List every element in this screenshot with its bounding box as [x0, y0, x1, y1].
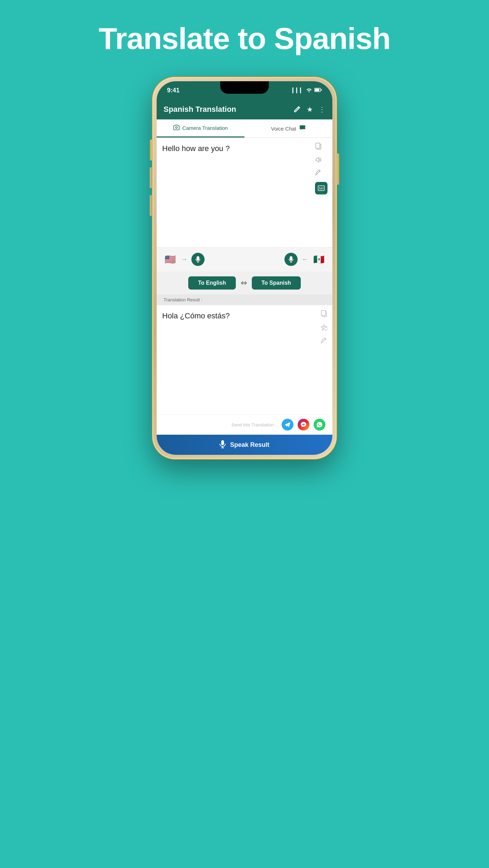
- copy-icon[interactable]: [315, 143, 328, 152]
- notch: [220, 81, 269, 94]
- speak-label: Speak Result: [230, 441, 269, 449]
- speak-result-button[interactable]: Speak Result: [157, 435, 332, 455]
- chat-icon: [299, 125, 306, 132]
- to-english-button[interactable]: To English: [188, 276, 236, 290]
- svg-rect-23: [221, 440, 224, 445]
- to-spanish-button[interactable]: To Spanish: [252, 276, 301, 290]
- phone-mockup: 9:41 ▎▎▎ Spanish: [152, 77, 337, 459]
- arrow-right-icon: →: [181, 256, 187, 263]
- svg-text:+: +: [325, 328, 327, 331]
- svg-rect-5: [316, 143, 320, 148]
- eraser-icon[interactable]: [315, 169, 328, 178]
- us-flag: 🇺🇸: [164, 253, 177, 266]
- battery-icon: [314, 87, 322, 93]
- svg-point-3: [176, 127, 177, 128]
- tab-camera-translation[interactable]: Camera Translation: [157, 119, 244, 137]
- input-text: Hello how are you ?: [162, 144, 230, 153]
- swap-icon[interactable]: ⇔: [241, 278, 247, 287]
- app-header-title: Spanish Translation: [164, 105, 236, 114]
- wifi-icon: [306, 87, 312, 93]
- right-voice-group: ← 🇲🇽: [284, 253, 325, 266]
- svg-rect-10: [319, 189, 320, 189]
- translation-buttons: To English ⇔ To Spanish: [157, 272, 332, 294]
- header-icons: ★ ⋮: [293, 105, 325, 114]
- camera-icon: [173, 125, 180, 132]
- output-copy-icon[interactable]: [321, 310, 328, 319]
- app-header: Spanish Translation ★ ⋮: [157, 99, 332, 119]
- edit-icon[interactable]: [293, 105, 301, 114]
- tab-camera-label: Camera Translation: [182, 125, 228, 131]
- tab-voice-chat[interactable]: Voice Chat: [244, 119, 332, 137]
- star-icon[interactable]: ★: [307, 105, 313, 114]
- mx-flag: 🇲🇽: [312, 253, 325, 266]
- svg-rect-9: [323, 187, 323, 188]
- messenger-button[interactable]: [298, 419, 309, 431]
- result-label: Translation Result :: [157, 294, 332, 305]
- tab-voice-label: Voice Chat: [271, 126, 296, 132]
- status-bar: 9:41 ▎▎▎: [157, 81, 332, 99]
- page-title: Translate to Spanish: [99, 21, 391, 56]
- svg-rect-7: [319, 187, 320, 188]
- status-icons: ▎▎▎: [292, 87, 322, 93]
- svg-rect-16: [290, 256, 292, 260]
- send-row: Send this Translation :: [157, 414, 332, 435]
- svg-rect-6: [318, 186, 324, 191]
- status-time: 9:41: [167, 87, 180, 94]
- input-actions: [315, 143, 328, 194]
- left-mic-button[interactable]: [191, 253, 205, 266]
- output-eraser-icon[interactable]: [321, 337, 328, 346]
- svg-rect-11: [320, 189, 322, 189]
- input-area: Hello how are you ?: [157, 138, 332, 247]
- svg-rect-12: [323, 189, 323, 189]
- output-favorite-icon[interactable]: +: [321, 324, 328, 333]
- voice-row: 🇺🇸 →: [157, 247, 332, 272]
- svg-rect-2: [321, 89, 322, 91]
- svg-rect-20: [321, 310, 325, 316]
- telegram-button[interactable]: [282, 419, 293, 431]
- send-label: Send this Translation :: [231, 422, 276, 427]
- more-icon[interactable]: ⋮: [318, 105, 325, 114]
- output-area: Hola ¿Cómo estás? +: [157, 305, 332, 415]
- keyboard-icon[interactable]: [315, 182, 328, 194]
- left-voice-group: 🇺🇸 →: [164, 253, 205, 266]
- output-text: Hola ¿Cómo estás?: [162, 311, 230, 320]
- whatsapp-button[interactable]: [314, 419, 325, 431]
- right-mic-button[interactable]: [284, 253, 298, 266]
- signal-icon: ▎▎▎: [292, 87, 304, 93]
- volume-icon[interactable]: [315, 156, 328, 165]
- svg-rect-1: [315, 89, 320, 91]
- speak-mic-icon: [219, 440, 226, 450]
- tab-bar: Camera Translation Voice Chat: [157, 119, 332, 138]
- phone-screen: 9:41 ▎▎▎ Spanish: [157, 81, 332, 455]
- svg-rect-8: [321, 187, 322, 188]
- svg-rect-13: [197, 256, 199, 260]
- arrow-left-icon: ←: [302, 256, 308, 263]
- output-actions: +: [321, 310, 328, 346]
